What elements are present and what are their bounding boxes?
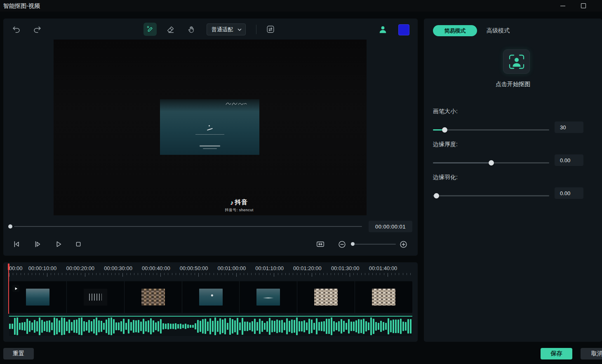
video-title-script: [225, 101, 248, 107]
fit-view-button[interactable]: [314, 238, 327, 251]
waveform-bar: [286, 318, 288, 335]
ruler-tick: [289, 273, 289, 275]
clip-segment[interactable]: [67, 281, 125, 313]
waveform-bar: [343, 321, 345, 332]
fit-mode-dropdown[interactable]: 普通适配: [207, 23, 246, 35]
waveform-bar: [96, 317, 97, 335]
tab-simple-mode[interactable]: 简易模式: [433, 25, 477, 36]
clip-segment[interactable]: [297, 281, 355, 313]
ruler-tick: [315, 273, 316, 275]
waveform-bar: [321, 322, 322, 331]
waveform-bar: [66, 322, 68, 331]
slider-handle[interactable]: [442, 127, 447, 133]
panel-slider[interactable]: [433, 160, 549, 166]
waveform-bar: [24, 322, 26, 330]
ruler-tick: [89, 273, 89, 275]
waveform-bar: [264, 323, 266, 330]
fit-mode-value: 普通适配: [212, 26, 233, 33]
waveform-bar: [247, 322, 248, 331]
ruler-tick: [103, 273, 104, 275]
ruler-tick: [304, 273, 305, 275]
play-button[interactable]: [52, 238, 65, 251]
next-frame-button[interactable]: [31, 238, 44, 251]
video-content-frame: [160, 99, 259, 155]
ruler-tick: [233, 273, 233, 275]
minimize-button[interactable]: [553, 0, 572, 12]
waveform-bar: [395, 320, 397, 333]
eraser-tool-button[interactable]: [164, 23, 177, 36]
waveform-bar: [71, 322, 73, 331]
ruler-tick: [285, 273, 286, 275]
slider-handle[interactable]: [434, 193, 439, 198]
waveform-bar: [111, 317, 112, 335]
compare-view-button[interactable]: [264, 23, 277, 36]
timeline-ruler-labels[interactable]: 00:0000:00:10:0000:00:20:0000:00:30:0000…: [3, 265, 418, 272]
undo-button[interactable]: [10, 23, 23, 36]
ruler-tick: [127, 273, 127, 275]
audio-waveform[interactable]: [9, 316, 412, 336]
background-color-swatch[interactable]: [398, 24, 409, 35]
prev-frame-button[interactable]: [10, 238, 23, 251]
waveform-bar: [143, 319, 144, 334]
current-timecode: 00:00:00:01: [369, 221, 412, 232]
seek-handle[interactable]: [8, 224, 12, 229]
waveform-bar: [29, 321, 31, 332]
waveform-bar: [14, 318, 16, 335]
ruler-tick: [62, 273, 62, 275]
video-preview[interactable]: ♪ 抖音 抖音号: shencut: [54, 40, 367, 215]
ruler-tick: [221, 273, 221, 275]
panel-slider[interactable]: [433, 193, 549, 198]
zoom-out-button[interactable]: [335, 238, 348, 251]
ruler-tick: [195, 273, 195, 275]
clip-segment[interactable]: [182, 281, 240, 313]
tab-advanced-mode[interactable]: 高级模式: [487, 25, 510, 36]
timeline-zoom-handle[interactable]: [351, 242, 355, 246]
edge-feather-value[interactable]: 0.00: [555, 187, 583, 199]
playhead-line[interactable]: [8, 264, 9, 314]
ruler-tick: [308, 273, 308, 275]
clip-thumbnail: [372, 289, 395, 306]
ruler-tick: [361, 273, 362, 275]
cancel-button[interactable]: 取消: [581, 348, 602, 359]
waveform-bar: [353, 322, 355, 331]
ruler-tick: [388, 273, 388, 277]
edge-thickness-value[interactable]: 0.00: [555, 154, 583, 166]
waveform-bar: [202, 319, 204, 334]
start-matting-button[interactable]: [503, 49, 530, 74]
waveform-bar: [63, 318, 65, 335]
waveform-bar: [296, 317, 298, 335]
waveform-bar: [360, 320, 362, 333]
titlebar: 智能抠图-视频: [0, 0, 602, 12]
seek-track[interactable]: [14, 226, 362, 227]
clip-thumbnail: [314, 289, 338, 306]
brush-add-tool-button[interactable]: [143, 23, 157, 36]
ruler-tick: [16, 273, 17, 275]
waveform-bar: [355, 320, 357, 333]
ruler-tick: [391, 273, 392, 275]
clip-segment[interactable]: [240, 281, 297, 313]
zoom-in-button[interactable]: [397, 238, 410, 251]
ruler-tick: [407, 273, 407, 275]
redo-button[interactable]: [31, 23, 44, 36]
clips-track[interactable]: [9, 281, 412, 313]
reset-button[interactable]: 重置: [3, 348, 34, 359]
waveform-bar: [323, 321, 325, 331]
clip-segment[interactable]: [125, 281, 182, 313]
ruler-tick: [209, 273, 210, 275]
ruler-tick: [357, 273, 357, 275]
panel-slider[interactable]: [433, 127, 549, 133]
waveform-bar: [187, 324, 189, 328]
brush-size-value[interactable]: 30: [555, 121, 583, 133]
subject-toggle-button[interactable]: [376, 23, 389, 36]
timeline-zoom-slider[interactable]: [355, 244, 396, 245]
slider-handle[interactable]: [489, 160, 494, 166]
maximize-button[interactable]: [574, 0, 593, 12]
save-button[interactable]: 保存: [541, 348, 572, 359]
waveform-bar: [207, 322, 209, 331]
stop-button[interactable]: [72, 238, 85, 251]
clip-segment[interactable]: [355, 281, 412, 313]
slider-fill: [433, 162, 491, 163]
waveform-bar: [266, 321, 268, 332]
clip-thumbnail: [256, 289, 280, 306]
hand-tool-button[interactable]: [185, 23, 198, 36]
